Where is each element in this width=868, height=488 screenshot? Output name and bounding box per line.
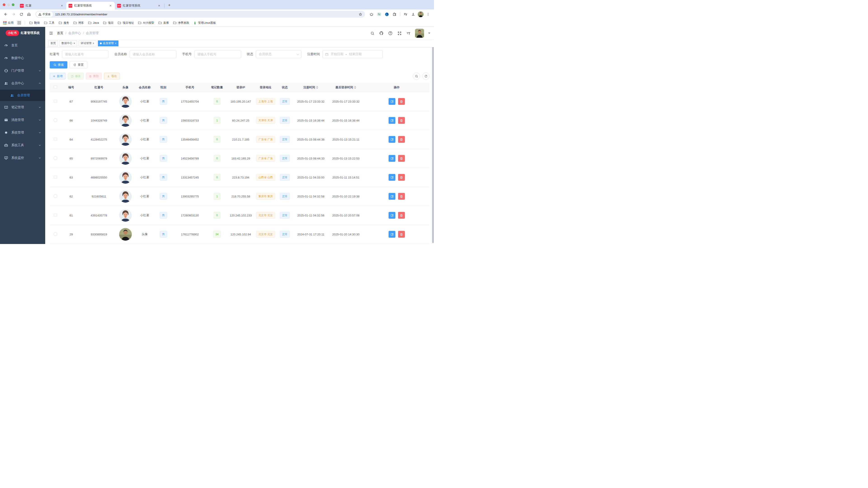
bookmark-apps[interactable]: 应用 (3, 21, 13, 25)
bookmark-folder[interactable]: AI大模型 (138, 21, 154, 25)
bookmark-folder[interactable]: Java (88, 21, 99, 25)
bookmark-grid-shortcut[interactable] (18, 21, 21, 24)
bookmark-folder[interactable]: 净界家政 (173, 21, 189, 25)
row-edit-button[interactable] (389, 155, 395, 162)
row-edit-button[interactable] (389, 212, 395, 219)
row-checkbox[interactable] (54, 232, 57, 236)
row-edit-button[interactable] (389, 193, 395, 200)
sidebar-item-system-monitor[interactable]: 系统监控 (0, 152, 45, 164)
table-row[interactable]: 64 4128452275 小红薯 男 13546456452 0 210.21… (50, 130, 430, 149)
table-row[interactable]: 61 4391435778 小红薯 男 17260603130 0 120.24… (50, 206, 430, 225)
help-icon[interactable] (388, 31, 393, 36)
row-edit-button[interactable] (389, 117, 395, 124)
delete-button[interactable]: 删除 (86, 73, 102, 79)
row-delete-button[interactable] (398, 136, 405, 143)
sidebar-item-messages[interactable]: 消息管理 (0, 113, 45, 126)
extensions-puzzle-icon[interactable] (391, 11, 398, 18)
bookmark-baota[interactable]: 宝塔Linux面板 (193, 21, 216, 25)
media-playlist-icon[interactable] (402, 11, 409, 18)
table-row[interactable]: 62 921605611 小红薯 男 13903295775 1 218.70.… (50, 187, 430, 206)
back-icon[interactable] (3, 11, 9, 18)
home-icon[interactable] (26, 11, 32, 18)
table-row[interactable]: 63 4686025550 小红薯 男 13313457245 0 223.8.… (50, 168, 430, 187)
row-delete-button[interactable] (398, 193, 405, 200)
search-icon[interactable] (370, 31, 375, 36)
user-menu-caret-icon[interactable] (428, 33, 430, 34)
row-delete-button[interactable] (398, 212, 405, 219)
tab-close-icon[interactable]: × (108, 4, 113, 8)
window-close-button[interactable] (3, 3, 5, 6)
search-button[interactable]: 搜索 (50, 61, 67, 68)
sidebar-collapse-icon[interactable] (49, 31, 53, 35)
sidebar-item-portal[interactable]: 门户管理 (0, 64, 45, 77)
security-chip[interactable]: 不安全 (36, 11, 53, 17)
tag-close-icon[interactable]: × (93, 42, 94, 45)
sidebar-item-system-management[interactable]: 系统管理 (0, 126, 45, 139)
col-last-login[interactable]: 最后登录时间 (328, 83, 364, 92)
bookmark-folder[interactable]: 博客 (73, 21, 84, 25)
status-select[interactable]: 会员状态 (256, 51, 301, 58)
table-row[interactable]: 29 9330895819 头像 男 17611776902 34 120.24… (50, 225, 430, 244)
row-checkbox[interactable] (54, 119, 57, 122)
tag-close-icon[interactable]: × (115, 42, 116, 45)
user-avatar[interactable] (415, 29, 424, 38)
edit-button[interactable]: 修改 (68, 73, 84, 79)
tab-close-icon[interactable]: × (60, 4, 64, 8)
reset-button[interactable]: 重置 (70, 61, 87, 68)
brush-extension-icon[interactable] (383, 11, 390, 18)
url-text[interactable]: 115.190.73.103/admin/member/member (55, 13, 359, 16)
power-extension-icon[interactable] (368, 11, 375, 18)
row-checkbox[interactable] (54, 175, 57, 179)
tab-close-icon[interactable]: × (157, 4, 161, 8)
sort-icon[interactable] (316, 86, 318, 89)
col-reg-time[interactable]: 注册时间 (294, 83, 328, 92)
show-search-toggle-button[interactable] (413, 72, 420, 80)
tag-comment-management[interactable]: 评论管理 × (79, 40, 96, 46)
row-checkbox[interactable] (54, 214, 57, 217)
bookmark-folder[interactable]: 项目 (103, 21, 114, 25)
github-icon[interactable] (379, 31, 384, 36)
address-bar[interactable]: 不安全 115.190.73.103/admin/member/member (35, 11, 365, 18)
tag-close-icon[interactable]: × (73, 42, 75, 45)
row-edit-button[interactable] (389, 136, 395, 143)
export-button[interactable]: 导出 (104, 73, 120, 79)
sidebar-item-member-management-active[interactable]: 会员管理 (0, 90, 45, 101)
row-delete-button[interactable] (398, 117, 405, 124)
browser-tab-1[interactable]: 小红书 红薯 × (18, 2, 66, 9)
refresh-table-button[interactable] (422, 72, 430, 80)
sidebar-item-data-center[interactable]: 数据中心 (0, 52, 45, 64)
row-edit-button[interactable] (389, 98, 395, 105)
row-checkbox[interactable] (54, 100, 57, 103)
sidebar-item-member-center[interactable]: 会员中心 (0, 77, 45, 90)
browser-tab-2-active[interactable]: 小红书 红薯管理系统 × (66, 2, 115, 9)
redid-input[interactable] (62, 51, 108, 58)
member-name-input[interactable] (130, 51, 176, 58)
browser-menu-icon[interactable] (425, 11, 431, 18)
browser-profile-avatar[interactable] (418, 11, 424, 17)
add-button[interactable]: 新增 (50, 73, 66, 79)
row-checkbox[interactable] (54, 138, 57, 141)
app-logo[interactable]: 小红书 红薯管理系统 (0, 27, 45, 39)
scrollbar-thumb[interactable] (432, 27, 434, 243)
phone-input[interactable] (194, 51, 241, 58)
row-delete-button[interactable] (398, 174, 405, 181)
row-checkbox[interactable] (54, 195, 57, 198)
bookmark-folder[interactable]: 项目地址 (118, 21, 134, 25)
reload-icon[interactable] (18, 11, 24, 18)
bookmark-folder[interactable]: 服务 (59, 21, 69, 25)
bookmark-folder[interactable]: 工具 (44, 21, 55, 25)
font-size-icon[interactable]: TT (406, 31, 411, 36)
select-all-checkbox[interactable] (54, 86, 57, 89)
forward-icon[interactable] (10, 11, 17, 18)
window-zoom-button[interactable] (12, 3, 14, 6)
bookmark-folder[interactable]: 直播 (158, 21, 169, 25)
page-scrollbar[interactable] (432, 27, 434, 244)
notion-extension-icon[interactable] (376, 11, 382, 18)
table-row[interactable]: 67 9063197745 小红薯 男 17751455704 0 183.19… (50, 92, 430, 111)
row-delete-button[interactable] (398, 98, 405, 105)
sidebar-item-home[interactable]: 首页 (0, 39, 45, 52)
sort-icon[interactable] (354, 86, 356, 89)
row-checkbox[interactable] (54, 157, 57, 160)
tag-home[interactable]: 首页 (49, 40, 58, 46)
downloads-icon[interactable] (410, 11, 416, 18)
